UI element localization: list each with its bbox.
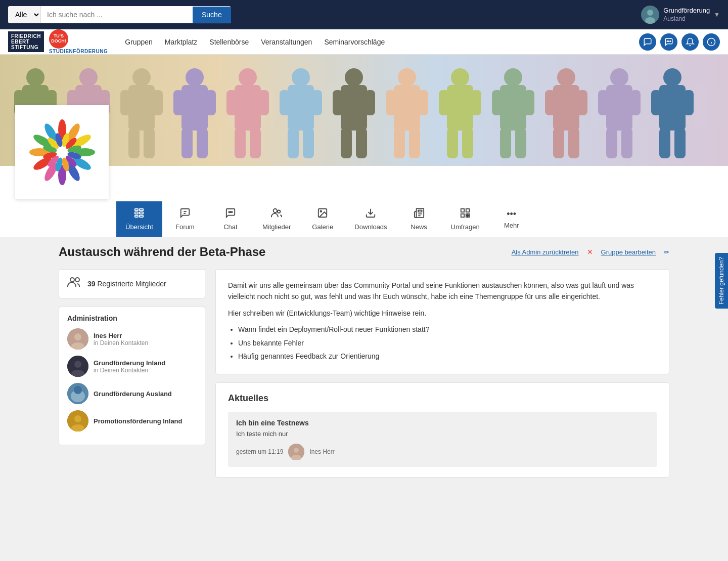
studien-label: STUDIENFÖRDERUNG bbox=[49, 49, 108, 54]
svg-point-65 bbox=[504, 68, 522, 87]
admin-link[interactable]: Als Admin zurücktreten bbox=[512, 248, 579, 256]
svg-rect-137 bbox=[468, 216, 470, 218]
svg-rect-84 bbox=[659, 85, 686, 131]
member-count-box: 39 Registrierte Mitglieder bbox=[59, 269, 205, 298]
svg-rect-34 bbox=[197, 128, 208, 158]
svg-rect-117 bbox=[135, 215, 138, 218]
svg-rect-27 bbox=[128, 128, 140, 158]
tab-news-label: News bbox=[411, 223, 427, 231]
svg-rect-24 bbox=[128, 85, 155, 131]
svg-rect-63 bbox=[447, 128, 458, 158]
svg-rect-60 bbox=[447, 85, 473, 131]
svg-rect-26 bbox=[153, 90, 163, 115]
tab-news[interactable]: News bbox=[396, 201, 442, 237]
admin-avatar-4 bbox=[67, 410, 88, 431]
description-para2: Hier schreiben wir (Entwicklungs-Team) w… bbox=[228, 308, 657, 319]
admin-person-3[interactable]: Grundförderung Ausland bbox=[67, 383, 197, 404]
chat-icon-btn[interactable] bbox=[639, 33, 656, 51]
svg-point-77 bbox=[610, 68, 628, 87]
tab-chat[interactable]: Chat bbox=[208, 201, 253, 237]
svg-rect-119 bbox=[140, 212, 143, 214]
search-input[interactable] bbox=[41, 7, 193, 23]
svg-rect-79 bbox=[598, 90, 608, 115]
group-profile-area: Übersicht Forum Chat bbox=[0, 166, 728, 237]
svg-point-124 bbox=[230, 211, 231, 212]
user-dropdown-arrow[interactable]: ▼ bbox=[714, 11, 720, 18]
svg-point-148 bbox=[74, 386, 82, 394]
svg-rect-57 bbox=[394, 128, 405, 158]
tab-forum[interactable]: Forum bbox=[162, 201, 208, 237]
svg-rect-118 bbox=[140, 209, 143, 211]
notifications-icon-btn[interactable] bbox=[681, 33, 699, 51]
edit-group-link[interactable]: Gruppe bearbeiten bbox=[601, 248, 656, 256]
tab-galerie-label: Galerie bbox=[312, 223, 333, 231]
search-button[interactable]: Suche bbox=[193, 7, 231, 23]
description-box: Damit wir uns alle gemeinsam über das Co… bbox=[215, 269, 669, 374]
badge-logo: TU'SDOCH! bbox=[49, 29, 68, 49]
secondary-nav: FRIEDRICH EBERT STIFTUNG TU'SDOCH! STUDI… bbox=[0, 29, 728, 55]
nav-stellenboerse[interactable]: Stellenbörse bbox=[204, 31, 254, 53]
svg-rect-88 bbox=[674, 128, 686, 158]
svg-point-71 bbox=[557, 68, 575, 87]
forum-icon bbox=[179, 207, 191, 221]
svg-rect-40 bbox=[250, 128, 261, 158]
nav-gruppen[interactable]: Gruppen bbox=[120, 31, 157, 53]
tab-downloads[interactable]: Downloads bbox=[345, 201, 396, 237]
svg-rect-39 bbox=[235, 128, 246, 158]
svg-rect-115 bbox=[135, 209, 138, 211]
title-actions: Als Admin zurücktreten ✕ Gruppe bearbeit… bbox=[512, 248, 669, 256]
admin-section-title: Administration bbox=[67, 314, 197, 322]
tab-uebersicht-label: Übersicht bbox=[125, 223, 153, 231]
svg-rect-46 bbox=[303, 128, 314, 158]
tab-galerie[interactable]: Galerie bbox=[300, 201, 345, 237]
tab-mehr[interactable]: ••• Mehr bbox=[489, 201, 534, 237]
feedback-tab[interactable]: Fehler gefunden? bbox=[715, 252, 728, 308]
galerie-icon bbox=[317, 207, 328, 221]
svg-rect-72 bbox=[553, 85, 579, 131]
nav-seminarvorschlaege[interactable]: Seminarvorschläge bbox=[319, 31, 390, 53]
svg-rect-37 bbox=[226, 90, 237, 115]
search-area: Alle Suche bbox=[8, 6, 231, 23]
search-filter-select[interactable]: Alle bbox=[8, 6, 41, 23]
admin-avatar-1 bbox=[67, 328, 88, 350]
nav-marktplatz[interactable]: Marktplatz bbox=[160, 31, 203, 53]
member-count-number: 39 bbox=[87, 280, 96, 288]
tab-forum-label: Forum bbox=[175, 223, 195, 231]
svg-point-83 bbox=[663, 68, 681, 87]
tabs-bar: Übersicht Forum Chat bbox=[0, 201, 728, 237]
admin-person-4[interactable]: Promotionsförderung Inland bbox=[67, 410, 197, 431]
svg-point-47 bbox=[345, 68, 363, 87]
nav-veranstaltungen[interactable]: Veranstaltungen bbox=[256, 31, 317, 53]
tab-downloads-label: Downloads bbox=[354, 223, 387, 231]
tab-uebersicht[interactable]: Übersicht bbox=[116, 201, 162, 237]
admin-section: Administration Ines Herr in Deinen Konta… bbox=[59, 307, 205, 445]
tab-umfragen[interactable]: Umfragen bbox=[442, 201, 489, 237]
message-icon-btn[interactable] bbox=[660, 33, 677, 51]
svg-rect-136 bbox=[466, 216, 468, 218]
svg-rect-116 bbox=[135, 212, 138, 214]
svg-rect-32 bbox=[206, 90, 216, 115]
svg-rect-73 bbox=[545, 90, 555, 115]
tab-mitglieder[interactable]: Mitglieder bbox=[253, 201, 300, 237]
admin-person-2[interactable]: Grundförderung Inland in Deinen Kontakte… bbox=[67, 356, 197, 377]
info-icon-btn[interactable] bbox=[703, 33, 720, 51]
admin-close-btn[interactable]: ✕ bbox=[587, 248, 593, 256]
user-avatar bbox=[641, 6, 659, 24]
content-wrapper: 39 Registrierte Mitglieder Administratio… bbox=[51, 259, 677, 488]
svg-rect-76 bbox=[568, 128, 579, 158]
svg-rect-66 bbox=[500, 85, 526, 131]
tab-mehr-label: Mehr bbox=[504, 222, 519, 229]
nav-icons bbox=[639, 33, 720, 51]
mehr-icon: ••• bbox=[507, 209, 516, 220]
bullet-1: Wann findet ein Deployment/Roll-out neue… bbox=[238, 324, 657, 335]
description-bullets: Wann findet ein Deployment/Roll-out neue… bbox=[238, 324, 657, 362]
admin-person-1[interactable]: Ines Herr in Deinen Kontakten bbox=[67, 328, 197, 350]
uebersicht-icon bbox=[133, 207, 145, 221]
svg-point-53 bbox=[398, 68, 416, 87]
svg-rect-43 bbox=[280, 90, 290, 115]
svg-rect-64 bbox=[462, 128, 473, 158]
admin-avatar-2 bbox=[67, 356, 88, 377]
svg-rect-81 bbox=[606, 128, 617, 158]
sidebar: 39 Registrierte Mitglieder Administratio… bbox=[59, 269, 205, 478]
admin-2-name: Grundförderung Inland bbox=[94, 359, 165, 367]
